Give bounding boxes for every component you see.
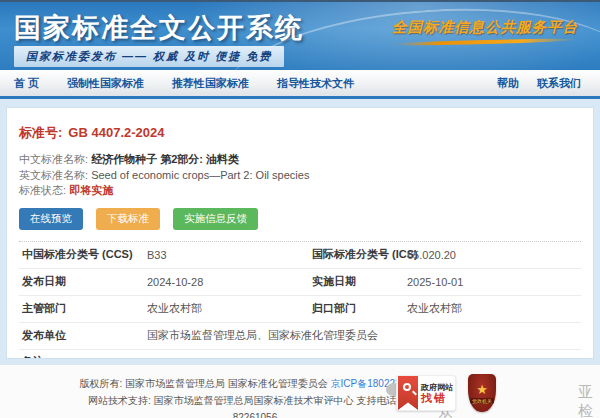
- table-row: 备注: [19, 350, 581, 360]
- status-label: 标准状态:: [19, 184, 66, 196]
- table-row: 发布单位 国家市场监督管理总局、国家标准化管理委员会: [19, 323, 581, 350]
- platform-link[interactable]: 全国标准信息公共服务平台: [392, 18, 578, 44]
- site-footer: 版权所有: 国家市场监督管理总局 国家标准化管理委员会 京ICP备1802238…: [0, 365, 600, 418]
- en-name-label: 英文标准名称:: [19, 169, 88, 181]
- ics-label: 国际标准分类号 (ICS): [309, 247, 407, 262]
- site-title: 国家标准全文公开系统: [14, 10, 304, 46]
- en-name-value: Seed of economic crops—Part 2: Oil speci…: [91, 169, 309, 181]
- online-preview-button[interactable]: 在线预览: [19, 208, 83, 230]
- table-row: 主管部门 农业农村部 归口部门 农业农村部: [19, 296, 581, 323]
- find-error-label: 找错: [421, 393, 453, 404]
- centralized-dept-value: 农业农村部: [407, 301, 581, 316]
- ics-value: 65.020.20: [407, 249, 581, 261]
- cn-name-label: 中文标准名称:: [19, 153, 88, 165]
- red-pennant-icon: [398, 376, 418, 410]
- standard-info-table: 中国标准分类号 (CCS) B33 国际标准分类号 (ICS) 65.020.2…: [19, 242, 581, 360]
- footer-text: 版权所有: 国家市场监督管理总局 国家标准化管理委员会 京ICP备1802238…: [75, 375, 435, 418]
- gold-star-icon: ★: [476, 383, 488, 396]
- publish-date-value: 2024-10-28: [147, 276, 309, 288]
- cn-name-value: 经济作物种子 第2部分: 油料类: [91, 153, 239, 165]
- site-header: 国家标准全文公开系统 国家标准委发布 —— 权威 及时 便捷 免费 全国标准信息…: [0, 0, 600, 70]
- remarks-label: 备注: [19, 354, 147, 359]
- platform-underline-swoosh: [392, 38, 578, 47]
- download-standard-button[interactable]: 下载标准: [96, 208, 160, 230]
- competent-dept-label: 主管部门: [19, 301, 147, 316]
- platform-name: 全国标准信息公共服务平台: [392, 18, 578, 37]
- action-buttons: 在线预览 下载标准 实施信息反馈: [19, 208, 581, 230]
- copyright-text: 版权所有: 国家市场监督管理总局 国家标准化管理委员会: [79, 378, 330, 389]
- table-row: 中国标准分类号 (CCS) B33 国际标准分类号 (ICS) 65.020.2…: [19, 242, 581, 269]
- shield-label: 党政机关: [470, 398, 494, 404]
- badge-text: 政府网站 找错: [421, 382, 453, 404]
- ccs-value: B33: [147, 249, 309, 261]
- centralized-dept-label: 归口部门: [309, 301, 407, 316]
- implementation-feedback-button[interactable]: 实施信息反馈: [173, 208, 258, 230]
- nav-help[interactable]: 帮助: [488, 76, 528, 91]
- standard-number-label: 标准号:: [19, 125, 62, 140]
- magnifier-icon: [403, 383, 411, 391]
- site-subtitle: 国家标准委发布 —— 权威 及时 便捷 免费: [14, 46, 284, 67]
- watermark-yajianyan: 亚检验检测: [578, 383, 594, 418]
- page-background: 标准号:GB 4407.2-2024 中文标准名称: 经济作物种子 第2部分: …: [0, 99, 600, 365]
- status-line: 标准状态: 即将实施: [19, 183, 581, 199]
- nav-recommended-standards[interactable]: 推荐性国家标准: [158, 76, 263, 91]
- support-line: 网站技术支持: 国家市场监督管理总局国家标准技术审评中心 支持电话: 010-8…: [75, 392, 435, 418]
- publisher-label: 发布单位: [19, 328, 147, 343]
- copyright-line: 版权所有: 国家市场监督管理总局 国家标准化管理委员会 京ICP备1802238…: [75, 375, 435, 392]
- nav-mandatory-standards[interactable]: 强制性国家标准: [53, 76, 158, 91]
- nav-guiding-documents[interactable]: 指导性技术文件: [263, 76, 368, 91]
- en-name-line: 英文标准名称: Seed of economic crops—Part 2: O…: [19, 168, 581, 184]
- status-badge: 即将实施: [69, 184, 113, 196]
- implement-date-value: 2025-10-01: [407, 276, 581, 288]
- nav-contact-us[interactable]: 联系我们: [528, 76, 590, 91]
- publisher-value: 国家市场监督管理总局、国家标准化管理委员会: [147, 328, 581, 343]
- ccs-label: 中国标准分类号 (CCS): [19, 247, 147, 262]
- party-gov-org-shield-badge[interactable]: ★ 党政机关: [468, 374, 496, 412]
- cn-name-line: 中文标准名称: 经济作物种子 第2部分: 油料类: [19, 152, 581, 168]
- table-row: 发布日期 2024-10-28 实施日期 2025-10-01: [19, 269, 581, 296]
- standard-number-line: 标准号:GB 4407.2-2024: [19, 124, 581, 142]
- standard-detail-panel: 标准号:GB 4407.2-2024 中文标准名称: 经济作物种子 第2部分: …: [6, 107, 594, 359]
- nav-home[interactable]: 首 页: [10, 76, 53, 91]
- publish-date-label: 发布日期: [19, 274, 147, 289]
- main-navbar: 首 页 强制性国家标准 推荐性国家标准 指导性技术文件 帮助 联系我们: [0, 70, 600, 99]
- implement-date-label: 实施日期: [309, 274, 407, 289]
- competent-dept-value: 农业农村部: [147, 301, 309, 316]
- gov-site-error-report-badge[interactable]: 政府网站 找错: [396, 375, 456, 411]
- standard-number: GB 4407.2-2024: [68, 125, 164, 140]
